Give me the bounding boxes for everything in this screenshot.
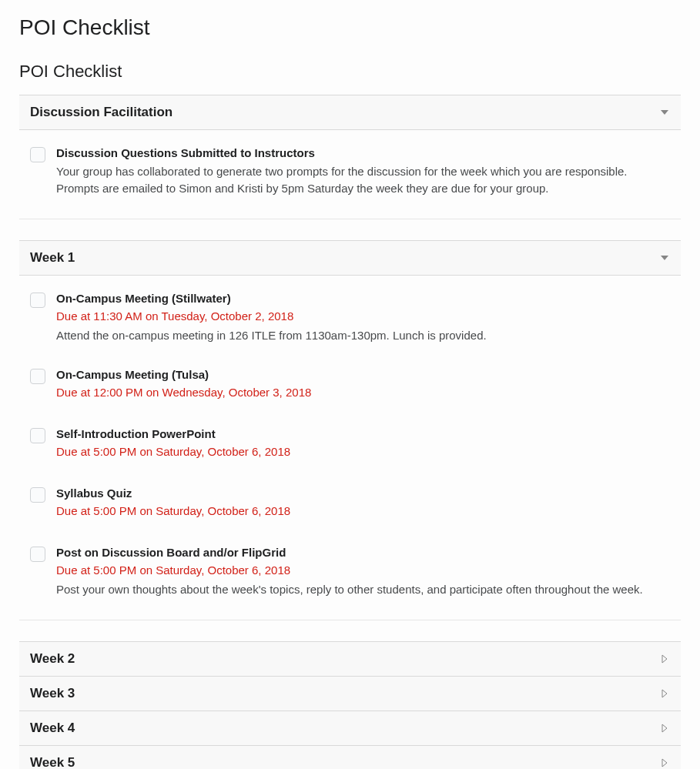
item-body: Post on Discussion Board and/or FlipGrid… [56,545,670,598]
chevron-right-icon [659,688,670,699]
chevron-right-icon [659,654,670,664]
item-body: Self-Introduction PowerPoint Due at 5:00… [56,426,670,463]
section-gap [19,620,681,642]
checkbox[interactable] [30,487,45,503]
checkbox[interactable] [30,369,45,384]
svg-marker-3 [662,690,667,697]
item-title: Post on Discussion Board and/or FlipGrid [56,545,670,560]
item-body: On-Campus Meeting (Stillwater) Due at 11… [56,291,670,344]
svg-marker-4 [662,724,667,732]
checklist-item: On-Campus Meeting (Stillwater) Due at 11… [30,291,670,344]
section-header-week-1[interactable]: Week 1 [19,240,681,276]
section-gap [19,219,681,241]
svg-marker-5 [662,759,667,767]
chevron-down-icon [659,107,670,118]
checkbox[interactable] [30,293,45,308]
item-title: On-Campus Meeting (Stillwater) [56,291,670,306]
checklist-item: Self-Introduction PowerPoint Due at 5:00… [30,426,670,463]
checklist-item: Post on Discussion Board and/or FlipGrid… [30,545,670,598]
item-desc: Attend the on-campus meeting in 126 ITLE… [56,327,670,344]
checklist-item: On-Campus Meeting (Tulsa) Due at 12:00 P… [30,367,670,403]
item-title: Syllabus Quiz [56,486,670,501]
item-title: Discussion Questions Submitted to Instru… [56,145,670,161]
checkbox[interactable] [30,428,45,443]
chevron-down-icon [659,252,670,263]
section-body: Discussion Questions Submitted to Instru… [19,130,681,219]
section-body: On-Campus Meeting (Stillwater) Due at 11… [19,276,681,620]
section-title: Week 4 [30,721,75,736]
item-due: Due at 12:00 PM on Wednesday, October 3,… [56,385,670,400]
page-title: POI Checklist [19,15,681,40]
item-body: Syllabus Quiz Due at 5:00 PM on Saturday… [56,486,670,522]
chevron-right-icon [659,723,670,734]
item-desc: Post your own thoughts about the week's … [56,581,670,598]
checkbox[interactable] [30,547,45,562]
section-title: Week 1 [30,250,75,266]
checkbox[interactable] [30,147,45,162]
section-header-week-2[interactable]: Week 2 [19,641,681,677]
section-header-week-5[interactable]: Week 5 [19,745,681,769]
item-body: Discussion Questions Submitted to Instru… [56,145,670,197]
chevron-right-icon [659,757,670,768]
section-title: Discussion Facilitation [30,105,172,120]
item-desc: Your group has collaborated to generate … [56,163,670,197]
page: POI Checklist POI Checklist Discussion F… [0,0,700,769]
checklist-title: POI Checklist [19,62,681,82]
item-due: Due at 11:30 AM on Tuesday, October 2, 2… [56,309,670,324]
item-due: Due at 5:00 PM on Saturday, October 6, 2… [56,503,670,519]
item-due: Due at 5:00 PM on Saturday, October 6, 2… [56,563,670,578]
item-due: Due at 5:00 PM on Saturday, October 6, 2… [56,444,670,460]
item-title: On-Campus Meeting (Tulsa) [56,367,670,383]
section-header-week-4[interactable]: Week 4 [19,710,681,746]
section-title: Week 5 [30,755,75,769]
svg-marker-2 [662,655,667,663]
item-body: On-Campus Meeting (Tulsa) Due at 12:00 P… [56,367,670,403]
section-title: Week 3 [30,686,75,701]
checklist-item: Discussion Questions Submitted to Instru… [30,145,670,197]
svg-marker-0 [661,110,668,115]
checklist-item: Syllabus Quiz Due at 5:00 PM on Saturday… [30,486,670,522]
section-title: Week 2 [30,651,75,667]
section-header-discussion-facilitation[interactable]: Discussion Facilitation [19,95,681,130]
svg-marker-1 [661,256,668,260]
section-header-week-3[interactable]: Week 3 [19,676,681,711]
item-title: Self-Introduction PowerPoint [56,426,670,442]
